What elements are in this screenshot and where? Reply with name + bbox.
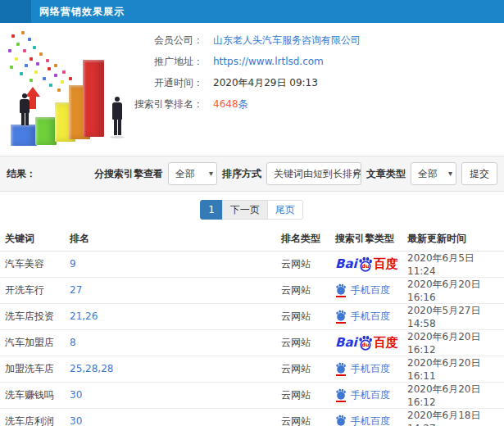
- col-rank: 排名: [70, 228, 281, 251]
- baidu-paw-icon: du: [358, 335, 373, 351]
- rank-link[interactable]: 30: [70, 415, 82, 426]
- baidu-red-underline: [336, 296, 346, 297]
- rank-unit: 条: [238, 98, 248, 110]
- rank-cell: 21,26: [70, 303, 281, 329]
- bar-chart-illustration: [0, 25, 146, 154]
- filter-bar: 结果： 分搜索引擎查看 全部 ▾ 排序方式 关键词由短到长排序 ▾ 文章类型 全…: [0, 156, 504, 192]
- engine-cell: Bai du 百度: [335, 251, 407, 277]
- rank-type-cell: 云网站: [281, 303, 335, 329]
- member-company-link[interactable]: 山东老人头汽车服务咨询有限公司: [213, 34, 361, 48]
- rank-link[interactable]: 25,28,28: [70, 363, 113, 374]
- sort-label: 排序方式: [222, 167, 261, 181]
- rank-type-cell: 云网站: [281, 408, 335, 426]
- confetti-dot: [10, 66, 13, 69]
- keyword-cell: 洗车店利润: [0, 408, 70, 426]
- open-time-label: 开通时间：: [146, 76, 203, 90]
- confetti-dot: [39, 52, 43, 56]
- confetti-dot: [28, 38, 31, 41]
- keyword-cell: 汽车美容: [0, 251, 70, 277]
- engine-rank-row: 搜索引擎排名： 4648条: [146, 93, 498, 115]
- col-keyword: 关键词: [0, 228, 70, 251]
- svg-text:du: du: [361, 342, 370, 348]
- rank-type-cell: 云网站: [281, 277, 335, 303]
- keyword-cell: 洗车店投资: [0, 303, 70, 329]
- businessman-figure-right: [110, 97, 125, 138]
- account-info: 会员公司： 山东老人头汽车服务咨询有限公司 推广地址： https://www.…: [146, 29, 498, 115]
- engine-cell: Bai du 百度: [335, 329, 407, 356]
- page-title: 网络营销效果展示: [39, 5, 125, 19]
- engine-filter-select[interactable]: 全部 ▾: [168, 162, 217, 185]
- article-type-select[interactable]: 全部 ▾: [411, 162, 456, 185]
- updated-time-cell: 2020年5月27日 14:58: [407, 303, 504, 329]
- submit-button[interactable]: 提交: [461, 162, 497, 185]
- table-row: 洗车赚钱吗 30 云网站 Bai du 百度: [0, 382, 504, 408]
- table-row: 洗车店投资 21,26 云网站 Bai du 百度: [0, 303, 504, 329]
- article-type-value: 全部: [418, 168, 438, 179]
- rank-cell: 27: [70, 277, 281, 303]
- member-company-label: 会员公司：: [146, 34, 203, 48]
- baidu-mobile-logo: 手机百度: [335, 362, 390, 376]
- page-header: 网络营销效果展示: [0, 0, 504, 23]
- confetti-dot: [16, 43, 20, 46]
- chevron-down-icon: ▾: [209, 163, 213, 184]
- confetti-dot: [15, 57, 18, 61]
- engine-rank-value: 4648条: [213, 97, 248, 111]
- table-row: 洗车店利润 30 云网站 Bai du 百度: [0, 408, 504, 426]
- confetti-dot: [21, 31, 25, 34]
- keyword-cell: 开洗车行: [0, 277, 70, 303]
- updated-time-cell: 2020年6月20日 16:12: [407, 382, 504, 408]
- baidu-pc-logo: Bai du 百度: [335, 335, 398, 351]
- rank-type-cell: 云网站: [281, 382, 335, 408]
- rank-link[interactable]: 21,26: [70, 310, 98, 322]
- table-header-row: 关键词 排名 排名类型 搜索引擎类型 最新更新时间: [0, 228, 504, 251]
- last-page-button[interactable]: 尾页: [267, 200, 303, 220]
- baidu-paw-icon: [335, 362, 347, 374]
- chart-bar-blue: [11, 125, 37, 146]
- keyword-cell: 加盟洗车店: [0, 356, 70, 382]
- confetti-dot: [54, 64, 57, 67]
- updated-time-cell: 2020年6月20日 16:16: [407, 277, 504, 303]
- rank-link[interactable]: 9: [70, 258, 76, 270]
- sort-select[interactable]: 关键词由短到长排序 ▾: [266, 162, 361, 185]
- baidu-red-underline: [336, 374, 346, 376]
- rank-link[interactable]: 8: [70, 337, 76, 348]
- baidu-mobile-logo: 手机百度: [335, 283, 390, 297]
- confetti-dot: [30, 79, 33, 82]
- open-time-value: 2020年4月29日 09:13: [213, 76, 318, 90]
- col-engine-type: 搜索引擎类型: [335, 228, 407, 251]
- baidu-paw-icon: [335, 415, 347, 426]
- article-type-label: 文章类型: [366, 167, 406, 181]
- rank-cell: 8: [70, 329, 281, 356]
- svg-text:du: du: [361, 263, 370, 270]
- businessman-figure-left: [17, 93, 32, 125]
- rank-type-cell: 云网站: [281, 329, 335, 356]
- result-label: 结果：: [7, 167, 36, 181]
- keyword-rank-table: 关键词 排名 排名类型 搜索引擎类型 最新更新时间 汽车美容 9 云网站 Bai: [0, 228, 504, 426]
- rank-link[interactable]: 27: [70, 284, 82, 296]
- rank-link[interactable]: 30: [70, 389, 82, 401]
- confetti-dot: [20, 72, 23, 75]
- chevron-down-icon: ▾: [353, 163, 357, 184]
- marketing-report-page: 网络营销效果展示 会员公司： 山东老人头汽车服务咨询有限公司 推广地址： htt…: [0, 0, 504, 426]
- confetti-dot: [11, 34, 15, 38]
- rank-type-cell: 云网站: [281, 251, 335, 277]
- chart-bar-green: [35, 117, 57, 145]
- confetti-dot: [36, 62, 39, 66]
- table-row: 开洗车行 27 云网站 Bai du 百度: [0, 277, 504, 303]
- rank-cell: 25,28,28: [70, 356, 281, 382]
- sort-value: 关键词由短到长排序: [274, 168, 361, 179]
- rank-cell: 30: [70, 408, 281, 426]
- page-1-button[interactable]: 1: [200, 200, 223, 220]
- next-page-button[interactable]: 下一页: [222, 200, 268, 220]
- open-time-row: 开通时间： 2020年4月29日 09:13: [146, 72, 498, 93]
- baidu-red-underline: [336, 401, 346, 402]
- col-updated: 最新更新时间: [407, 228, 504, 251]
- promo-url-link[interactable]: https://www.lrtlsd.com: [213, 56, 324, 67]
- keyword-cell: 洗车赚钱吗: [0, 382, 70, 408]
- baidu-paw-icon: [335, 283, 347, 295]
- baidu-mobile-logo: 手机百度: [335, 415, 390, 426]
- confetti-dot: [48, 67, 51, 70]
- confetti-dot: [61, 80, 64, 84]
- rank-count: 4648: [213, 98, 238, 110]
- updated-time-cell: 2020年6月20日 16:12: [407, 329, 504, 356]
